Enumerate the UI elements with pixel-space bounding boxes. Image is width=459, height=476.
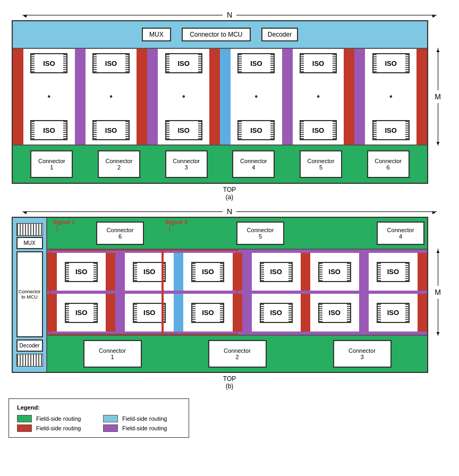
mux-chip-a: MUX xyxy=(142,28,171,41)
iso-box: ISO xyxy=(237,53,275,73)
iso-box: ISO xyxy=(372,120,410,140)
iso-box: ISO xyxy=(133,303,166,323)
iso-box: ISO xyxy=(30,53,67,73)
connector-box-b-bot-1: Connector 1 xyxy=(83,340,142,368)
iso-box: ISO xyxy=(133,262,166,282)
iso-box: ISO xyxy=(318,262,351,282)
iso-column-1: ISO • ISO xyxy=(23,49,75,144)
connector-box-b-top-1: Connector 6 xyxy=(96,222,144,245)
legend-item-0: Field-side routing xyxy=(17,415,95,422)
connector-box-6: Connector 6 xyxy=(367,150,410,178)
sub-label-b: (b) xyxy=(22,382,437,390)
iso-box: ISO xyxy=(165,120,202,140)
diagram-a: MUX Connector to MCU Decoder ISO • ISO I… xyxy=(12,20,428,184)
v-bar-purple-6 xyxy=(354,49,365,144)
b-iso-row-2: ISO ISO ISO ISO xyxy=(47,294,427,332)
connector-box-3: Connector 3 xyxy=(165,150,208,178)
m-label-a: ▲ M ▼ xyxy=(428,20,447,184)
signal2-label: Signal 2 xyxy=(165,219,188,225)
iso-box: ISO xyxy=(300,120,337,140)
v-bar-purple-1 xyxy=(75,49,86,144)
iso-box: ISO xyxy=(260,262,293,282)
top-label-a: TOP xyxy=(22,186,437,193)
b-iso-row-1: ISO ISO ISO ISO xyxy=(47,253,427,291)
v-bar-red-5 xyxy=(344,49,354,144)
connector-box-2: Connector 2 xyxy=(98,150,140,178)
m-text-a: M xyxy=(435,90,441,103)
b-top-connectors: Signal 1 Signal 2 Connector 6 xyxy=(47,218,427,250)
dots-1: • xyxy=(48,92,51,101)
iso-column-5: ISO • ISO xyxy=(293,49,344,144)
iso-box: ISO xyxy=(372,53,410,73)
v-bar-purple-3a xyxy=(147,49,158,144)
v-bar-red-3 xyxy=(209,49,220,144)
top-bar-a: MUX Connector to MCU Decoder xyxy=(13,21,427,49)
iso-box: ISO xyxy=(300,53,337,73)
decoder-chip-a: Decoder xyxy=(261,28,298,41)
iso-box: ISO xyxy=(165,53,202,73)
v-bar-purple-4 xyxy=(282,49,293,144)
diagram-b: MUX Connector to MCU Decoder Signal 1 xyxy=(12,217,428,373)
b-iso-area: ISO ISO ISO ISO xyxy=(47,250,427,335)
top-label-b: TOP xyxy=(22,375,437,382)
legend-title: Legend: xyxy=(17,404,181,411)
n-arrow-row-b: ◄ N ► xyxy=(22,207,437,216)
n-arrow-row-a: ◄ N ► xyxy=(22,11,437,19)
n-label-b: N xyxy=(223,207,236,216)
iso-box: ISO xyxy=(191,262,224,282)
iso-area-a: ISO • ISO ISO • ISO ISO • ISO xyxy=(13,49,427,144)
iso-box: ISO xyxy=(92,120,130,140)
legend-item-1: Field-side routing xyxy=(103,415,181,422)
legend-color-0 xyxy=(17,415,32,422)
signal1-label: Signal 1 xyxy=(53,219,75,225)
n-label-a: N xyxy=(223,11,236,19)
iso-box: ISO xyxy=(260,303,293,323)
b-bottom-connectors: Connector 1 Connector 2 Connector 3 xyxy=(47,335,427,372)
connector-box-1: Connector 1 xyxy=(30,150,73,178)
mux-b: MUX xyxy=(16,237,43,249)
iso-box: ISO xyxy=(377,303,410,323)
iso-column-4: ISO • ISO xyxy=(231,49,282,144)
connector-to-mcu-a: Connector to MCU xyxy=(182,28,251,41)
connector-box-5: Connector 5 xyxy=(300,150,342,178)
iso-box: ISO xyxy=(30,120,67,140)
iso-box: ISO xyxy=(92,53,130,73)
dots-3: • xyxy=(182,92,185,101)
v-bar-red-1 xyxy=(13,49,23,144)
sub-label-a: (a) xyxy=(22,193,437,201)
iso-box: ISO xyxy=(318,303,351,323)
bottom-bar-a: Connector 1 Connector 2 Connector 3 Conn… xyxy=(13,144,427,183)
iso-box: ISO xyxy=(237,120,275,140)
decoder-b: Decoder xyxy=(16,339,43,352)
legend-item-3: Field-side routing xyxy=(103,424,181,432)
v-bar-blue-4 xyxy=(220,49,231,144)
connector-box-b-bot-3: Connector 3 xyxy=(333,340,392,368)
iso-box: ISO xyxy=(191,303,224,323)
dots-6: • xyxy=(389,92,393,101)
b-left-panel: MUX Connector to MCU Decoder xyxy=(13,218,47,372)
dots-4: • xyxy=(255,92,258,101)
legend-color-2 xyxy=(17,424,32,432)
v-bar-red-2 xyxy=(137,49,147,144)
legend: Legend: Field-side routing Field-side ro… xyxy=(8,398,189,438)
iso-column-3: ISO • ISO xyxy=(158,49,209,144)
legend-color-3 xyxy=(103,424,118,432)
connector-box-b-top-3: Connector 4 xyxy=(377,222,424,245)
m-text-b: M xyxy=(435,286,441,299)
connector-box-4: Connector 4 xyxy=(232,150,275,178)
dots-2: • xyxy=(109,92,113,101)
dots-5: • xyxy=(317,92,320,101)
m-label-b: ▲ M ▼ xyxy=(428,217,447,373)
connector-to-mcu-b: Connector to MCU xyxy=(16,251,43,337)
iso-box: ISO xyxy=(65,262,98,282)
b-main: Signal 1 Signal 2 Connector 6 xyxy=(47,218,427,372)
iso-column-6: ISO • ISO xyxy=(365,49,416,144)
legend-color-1 xyxy=(103,415,118,422)
connector-box-b-top-2: Connector 5 xyxy=(236,222,284,245)
iso-box: ISO xyxy=(65,303,98,323)
connector-box-b-bot-2: Connector 2 xyxy=(208,340,267,368)
legend-item-2: Field-side routing xyxy=(17,424,95,432)
v-bar-red-6 xyxy=(416,49,427,144)
iso-column-2: ISO • ISO xyxy=(86,49,137,144)
iso-box: ISO xyxy=(377,262,410,282)
